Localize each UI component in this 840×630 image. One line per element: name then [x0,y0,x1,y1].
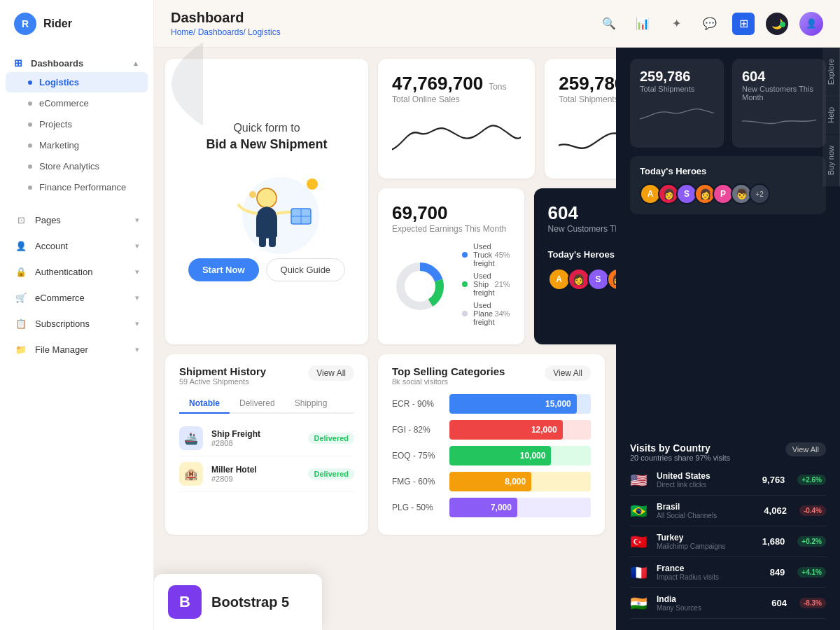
heroes-card-title: Today's Heroes [640,166,816,176]
tab-shipping[interactable]: Shipping [285,394,337,414]
flag-fr: 🇫🇷 [630,564,650,581]
logo[interactable]: R Rider [0,0,153,48]
side-tab-buynow[interactable]: Buy now [822,134,840,186]
sidebar-item-finance[interactable]: Finance Performance [6,177,148,197]
breadcrumb-logistics[interactable]: Logistics [248,27,281,37]
dot [28,144,32,148]
legend-truck: Used Truck freight 45% [462,242,510,267]
account-parent[interactable]: 👤 Account ▾ [0,233,153,258]
country-source-in: Many Sources [657,604,764,612]
folder-icon: 📁 [14,342,28,356]
bootstrap-icon: B [168,585,202,619]
header-left: Dashboard Home/ Dashboards/ Logistics [171,10,281,37]
country-info-in: India Many Sources [657,594,764,612]
bar-fill-1: 15,000 [449,394,577,414]
country-row-br: 🇧🇷 Brasil All Social Channels 4,062 -0.4… [630,496,826,526]
donut-chart [392,258,448,314]
total-sales-card: 47,769,700 Tons Total Online Sales [378,59,535,178]
sidebar-item-store-analytics[interactable]: Store Analytics [6,156,148,176]
page-title: Dashboard [171,10,281,26]
sidebar: R Rider ⊞ Dashboards ▲ Logistics eCommer… [0,0,154,630]
status-dot [780,22,785,27]
shipment-view-all[interactable]: View All [308,365,354,381]
settings-button[interactable]: ✦ [665,13,687,35]
shipment-item-1: 🚢 Ship Freight #2808 Delivered [179,421,354,456]
bar-label-2: FGI - 82% [392,425,442,435]
visits-view-all[interactable]: View All [785,442,826,456]
country-info-tr: Turkey Mailchimp Campaigns [657,533,755,550]
breadcrumb-home[interactable]: Home/ [171,27,198,37]
active-dot [28,80,32,85]
bar-label-3: EOQ - 75% [392,451,442,461]
chevron-down-icon: ▾ [135,216,139,225]
subscriptions-parent[interactable]: 📋 Subscriptions ▾ [0,311,153,336]
authentication-parent[interactable]: 🔒 Authentication ▾ [0,259,153,284]
country-name-br: Brasil [657,502,757,512]
main-area: Dashboard Home/ Dashboards/ Logistics 🔍 … [154,0,840,630]
search-button[interactable]: 🔍 [598,13,620,35]
legend-plane: Used Plane freight 34% [462,301,510,326]
chevron-down-icon: ▾ [135,267,139,276]
breadcrumb-dashboards[interactable]: Dashboards/ [198,27,248,37]
flag-in: 🇮🇳 [630,595,650,612]
bar-label-4: FMG - 60% [392,477,442,486]
visits-header: Visits by Country 20 countries share 97%… [630,442,826,462]
tab-notable[interactable]: Notable [179,394,230,414]
bar-row-4: FMG - 60% 8,000 [392,472,591,491]
pct-br: -0.4% [799,505,826,516]
shipment-status: Delivered [308,433,354,444]
dashboards-group[interactable]: ⊞ Dashboards ▲ [0,52,153,71]
bootstrap-badge: B Bootstrap 5 [154,574,322,630]
pct-in: -8.3% [799,598,826,608]
chart-button[interactable]: 📊 [631,13,654,35]
filemanager-parent[interactable]: 📁 File Manager ▾ [0,337,153,362]
ship-pct: 21% [495,280,510,288]
plane-dot [462,311,468,316]
grid-button[interactable]: ⊞ [732,13,755,35]
bar-row-1: ECR - 90% 15,000 [392,394,591,414]
legend-ship: Used Ship freight 21% [462,272,510,297]
shipment-info-2: Miller Hotel #2809 [211,465,300,483]
tab-delivered[interactable]: Delivered [230,394,285,414]
sidebar-item-marketing[interactable]: Marketing [6,135,148,155]
top-selling-view-all[interactable]: View All [545,365,591,381]
shipment-item-2: 🏨 Miller Hotel #2809 Delivered [179,456,354,492]
dark-stat-value: 259,786 [640,69,714,85]
shipment-icon-2: 🏨 [179,462,203,486]
country-source-tr: Mailchimp Campaigns [657,542,755,550]
sidebar-item-projects[interactable]: Projects [6,114,148,134]
total-sales-unit: Tons [489,82,506,92]
chat-button[interactable]: 💬 [699,13,721,35]
pages-parent[interactable]: ⊡ Pages ▾ [0,207,153,232]
user-avatar[interactable]: 👤 [799,12,823,36]
freight-legend: Used Truck freight 45% Used Ship freight [462,242,510,330]
dark-stat-label: Total Shipments [640,85,714,93]
side-tab-help[interactable]: Help [822,96,840,134]
pages-section: ⊡ Pages ▾ 👤 Account ▾ 🔒 Authentication ▾… [0,202,153,367]
country-source-fr: Impact Radius visits [657,573,763,581]
earnings-value: 69,700 [392,202,510,224]
svg-rect-8 [269,233,276,247]
dot [28,102,32,106]
side-tab-explore[interactable]: Explore [822,48,840,96]
ecommerce-parent[interactable]: 🛒 eCommerce ▾ [0,285,153,310]
subscriptions-icon: 📋 [14,316,28,330]
chevron-up-icon: ▲ [132,59,139,67]
bar-track-4: 8,000 [449,472,591,491]
hero-avatar-1: A [548,268,570,290]
sidebar-item-ecommerce[interactable]: eCommerce [6,93,148,113]
start-now-button[interactable]: Start Now [188,258,259,281]
promo-subtitle: Bid a New Shipment [206,137,327,152]
top-selling-header: Top Selling Categories 8k social visitor… [392,365,591,386]
sidebar-item-logistics[interactable]: Logistics [6,72,148,92]
country-name-fr: France [657,564,763,573]
svg-point-2 [249,191,256,198]
bar-track-5: 7,000 [449,498,591,517]
stat-cards: 47,769,700 Tons Total Online Sales [378,59,616,344]
dark-section: 259,786 Total Shipments 604 New Customer… [616,48,840,431]
bar-row-5: PLG - 50% 7,000 [392,498,591,517]
ecommerce-icon: 🛒 [14,290,28,304]
truck-pct: 45% [495,251,510,259]
quick-guide-button[interactable]: Quick Guide [266,258,346,281]
shipment-history-card: Shipment History 59 Active Shipments Vie… [165,354,368,535]
